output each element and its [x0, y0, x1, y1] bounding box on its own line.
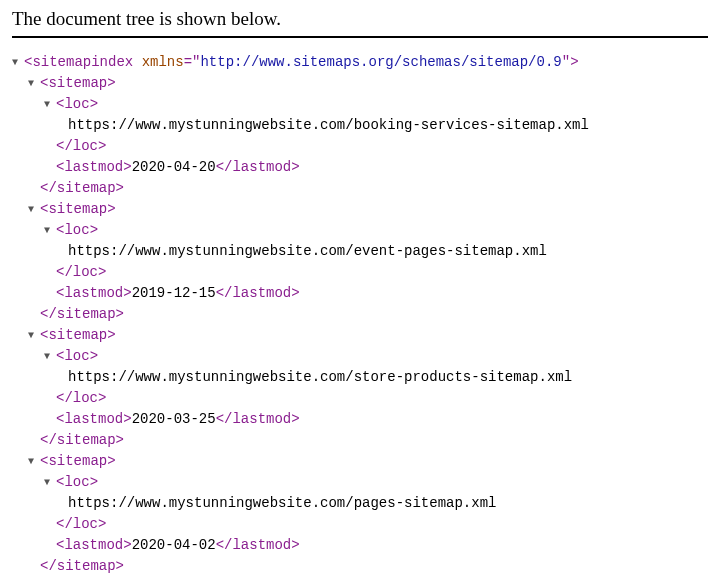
loc-text: https://www.mystunningwebsite.com/pages-… — [12, 493, 708, 514]
lastmod-row: <lastmod>2019-12-15</lastmod> — [12, 283, 708, 304]
chevron-down-icon[interactable]: ▼ — [28, 76, 40, 91]
loc-close: </loc> — [12, 262, 708, 283]
chevron-down-icon[interactable]: ▼ — [44, 97, 56, 112]
chevron-down-icon[interactable]: ▼ — [44, 223, 56, 238]
chevron-down-icon[interactable]: ▼ — [44, 349, 56, 364]
sitemap-open: ▼<sitemap> — [12, 199, 708, 220]
page-title: The document tree is shown below. — [12, 8, 708, 30]
attr-name: xmlns — [142, 54, 184, 70]
loc-text: https://www.mystunningwebsite.com/event-… — [12, 241, 708, 262]
lastmod-row: <lastmod>2020-03-25</lastmod> — [12, 409, 708, 430]
loc-open: ▼<loc> — [12, 346, 708, 367]
sitemap-close: </sitemap> — [12, 556, 708, 576]
sitemap-open: ▼<sitemap> — [12, 325, 708, 346]
sitemap-open: ▼<sitemap> — [12, 73, 708, 94]
loc-open: ▼<loc> — [12, 472, 708, 493]
chevron-down-icon[interactable]: ▼ — [12, 55, 24, 70]
sitemap-close: </sitemap> — [12, 430, 708, 451]
loc-close: </loc> — [12, 136, 708, 157]
loc-close: </loc> — [12, 514, 708, 535]
chevron-down-icon[interactable]: ▼ — [28, 328, 40, 343]
loc-open: ▼<loc> — [12, 94, 708, 115]
lastmod-row: <lastmod>2020-04-20</lastmod> — [12, 157, 708, 178]
sitemapindex-open: ▼<sitemapindex xmlns="http://www.sitemap… — [12, 52, 708, 73]
xml-tree: ▼<sitemapindex xmlns="http://www.sitemap… — [12, 52, 708, 576]
loc-text: https://www.mystunningwebsite.com/bookin… — [12, 115, 708, 136]
chevron-down-icon[interactable]: ▼ — [28, 202, 40, 217]
sitemap-open: ▼<sitemap> — [12, 451, 708, 472]
loc-close: </loc> — [12, 388, 708, 409]
sitemap-close: </sitemap> — [12, 304, 708, 325]
attr-value: http://www.sitemaps.org/schemas/sitemap/… — [200, 54, 561, 70]
loc-open: ▼<loc> — [12, 220, 708, 241]
sitemap-close: </sitemap> — [12, 178, 708, 199]
chevron-down-icon[interactable]: ▼ — [44, 475, 56, 490]
tag-name: sitemapindex — [32, 54, 133, 70]
loc-text: https://www.mystunningwebsite.com/store-… — [12, 367, 708, 388]
chevron-down-icon[interactable]: ▼ — [28, 454, 40, 469]
divider — [12, 36, 708, 38]
lastmod-row: <lastmod>2020-04-02</lastmod> — [12, 535, 708, 556]
